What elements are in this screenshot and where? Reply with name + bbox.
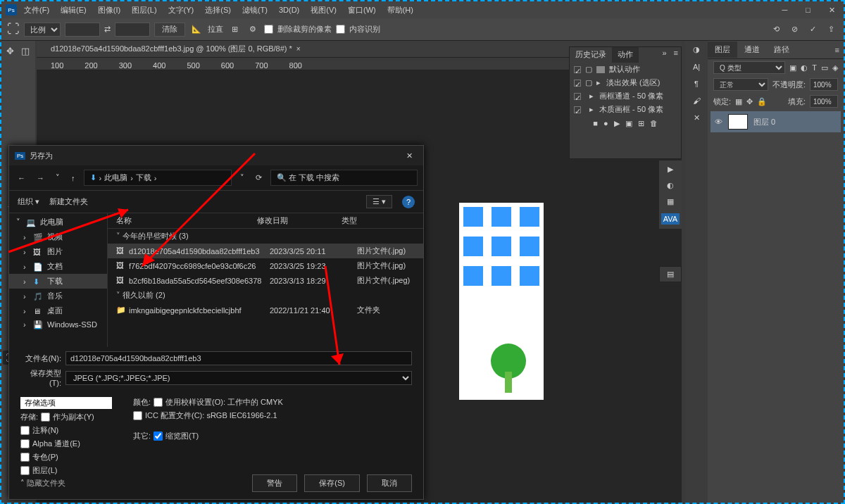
swap-icon[interactable]: ⇄ xyxy=(104,25,111,34)
opacity-input[interactable] xyxy=(810,78,838,91)
tab-channels[interactable]: 通道 xyxy=(737,42,767,58)
breadcrumb[interactable]: ⬇ ›此电脑›下载› xyxy=(84,170,232,186)
nav-back-icon[interactable]: ← xyxy=(15,172,28,184)
breadcrumb-dropdown-icon[interactable]: ˅ xyxy=(237,172,247,184)
file-row[interactable]: 🖼b2cf6b18ada55a5cd5645eef308e63782023/3/… xyxy=(108,273,423,288)
window-maximize-icon[interactable]: □ xyxy=(801,4,815,16)
panel-icon[interactable]: ◐ xyxy=(667,181,674,190)
nav-fwd-icon[interactable]: → xyxy=(34,172,47,184)
window-minimize-icon[interactable]: ─ xyxy=(778,4,792,16)
menu-file[interactable]: 文件(F) xyxy=(20,4,54,17)
trash-icon[interactable]: 🗑 xyxy=(650,119,658,128)
sidebar-item-music[interactable]: ›🎵音乐 xyxy=(9,289,107,303)
dialog-close-icon[interactable]: ✕ xyxy=(401,147,418,164)
lock-pos-icon[interactable]: ✥ xyxy=(746,97,753,106)
save-button[interactable]: 保存(S) xyxy=(304,474,360,492)
crop-tool-icon[interactable]: ⛶ xyxy=(7,22,20,37)
action-modal-icon[interactable]: ▢ xyxy=(585,65,592,74)
gear-icon[interactable]: ⚙ xyxy=(246,23,260,37)
brush-icon[interactable]: 🖌 xyxy=(693,96,701,105)
play-icon[interactable]: ▶ xyxy=(614,119,620,128)
clear-button[interactable]: 清除 xyxy=(154,23,185,37)
filename-input[interactable] xyxy=(65,351,412,365)
action-item[interactable]: 淡出效果 (选区) xyxy=(606,77,660,88)
cb-copy[interactable] xyxy=(41,412,50,422)
nav-up-icon[interactable]: ↑ xyxy=(68,172,78,184)
sidebar-item-video[interactable]: ›🎬视频 xyxy=(9,229,107,244)
panel-menu-icon[interactable]: ≡ xyxy=(671,47,681,63)
refresh-icon[interactable]: ⟳ xyxy=(253,172,265,184)
library-icon[interactable]: ▤ xyxy=(667,270,674,279)
crosshair-icon[interactable]: ✕ xyxy=(694,113,700,122)
organize-button[interactable]: 组织 ▾ xyxy=(18,196,39,207)
new-action-icon[interactable]: ⊞ xyxy=(638,119,644,128)
file-row[interactable]: 🖼d12018e705a4d1590bdaa82cbfff1eb32023/3/… xyxy=(108,244,423,258)
menu-layer[interactable]: 图层(L) xyxy=(127,4,161,17)
content-aware-checkbox[interactable] xyxy=(336,25,345,34)
nav-recent-icon[interactable]: ˅ xyxy=(53,172,63,184)
document-tab[interactable]: d12018e705a4d1590bdaa82cbfff1eb3.jpg @ 1… xyxy=(44,42,308,56)
menu-filter[interactable]: 滤镜(T) xyxy=(238,4,272,17)
straighten-icon[interactable]: 📐 xyxy=(189,23,204,37)
sidebar-item-pc[interactable]: ˅💻此电脑 xyxy=(9,215,107,229)
file-group[interactable]: ˅ 很久以前 (2) xyxy=(108,288,423,303)
action-item[interactable]: 默认动作 xyxy=(609,64,640,75)
cb-alpha[interactable] xyxy=(20,439,30,448)
cancel-button[interactable]: 取消 xyxy=(367,474,412,492)
sidebar-item-documents[interactable]: ›📄文档 xyxy=(9,259,107,274)
filter-smart-icon[interactable]: ◈ xyxy=(832,63,838,73)
panel-collapse-icon[interactable]: » xyxy=(658,47,670,63)
filter-shape-icon[interactable]: ▭ xyxy=(821,63,828,73)
warning-button[interactable]: 警告 xyxy=(252,474,297,492)
new-set-icon[interactable]: ▣ xyxy=(625,119,632,128)
adjustments-icon[interactable]: AVA xyxy=(661,213,680,225)
hide-folders-toggle[interactable]: ˄ 隐藏文件夹 xyxy=(20,478,65,489)
action-item[interactable]: 木质画框 - 50 像素 xyxy=(599,104,663,115)
cb-spot[interactable] xyxy=(20,453,30,462)
overlay-icon[interactable]: ⊞ xyxy=(227,23,242,37)
cancel-crop-icon[interactable]: ⊘ xyxy=(787,23,801,37)
record-icon[interactable]: ● xyxy=(603,119,608,128)
action-item[interactable]: 画框通道 - 50 像素 xyxy=(599,91,663,101)
col-type[interactable]: 类型 xyxy=(342,215,423,226)
menu-type[interactable]: 文字(Y) xyxy=(164,4,199,17)
new-folder-button[interactable]: 新建文件夹 xyxy=(49,196,88,207)
help-icon[interactable]: ? xyxy=(402,196,415,208)
menu-window[interactable]: 窗口(W) xyxy=(344,4,380,17)
filter-text-icon[interactable]: T xyxy=(812,63,817,72)
paragraph-icon[interactable]: ¶ xyxy=(694,80,699,88)
tab-history[interactable]: 历史记录 xyxy=(570,47,612,63)
menu-help[interactable]: 帮助(H) xyxy=(383,4,418,17)
color-icon[interactable]: ◑ xyxy=(693,45,700,54)
delete-pixels-checkbox[interactable] xyxy=(264,25,273,34)
lock-pixels-icon[interactable]: ▦ xyxy=(735,97,742,106)
file-row[interactable]: 📁imkngaibigegepnlckfcbeciellcjbhf2022/11… xyxy=(108,303,423,317)
marquee-tool-icon[interactable]: ◫ xyxy=(18,44,32,58)
sidebar-item-ssd[interactable]: ›💾Windows-SSD xyxy=(9,318,107,331)
filter-img-icon[interactable]: ▣ xyxy=(789,63,796,73)
tab-paths[interactable]: 路径 xyxy=(767,42,796,58)
menu-view[interactable]: 视图(V) xyxy=(306,4,341,17)
col-name[interactable]: 名称 xyxy=(116,215,257,226)
cb-icc[interactable] xyxy=(133,411,142,420)
commit-crop-icon[interactable]: ✓ xyxy=(806,23,820,37)
lock-all-icon[interactable]: 🔒 xyxy=(757,97,767,106)
reset-icon[interactable]: ⟲ xyxy=(769,23,783,37)
layers-menu-icon[interactable]: ≡ xyxy=(831,44,844,56)
menu-select[interactable]: 选择(S) xyxy=(201,4,235,17)
move-tool-icon[interactable]: ✥ xyxy=(3,44,17,58)
file-group[interactable]: ˅ 今年的早些时候 (3) xyxy=(108,229,423,244)
layer-row[interactable]: 👁 图层 0 xyxy=(711,111,841,132)
swatch-icon[interactable]: ▦ xyxy=(667,197,674,206)
layer-thumb[interactable] xyxy=(728,114,748,130)
tab-actions[interactable]: 动作 xyxy=(612,47,639,63)
cb-notes[interactable] xyxy=(20,426,30,435)
ratio-w-input[interactable] xyxy=(65,23,100,37)
layer-name[interactable]: 图层 0 xyxy=(753,117,775,127)
ratio-h-input[interactable] xyxy=(115,23,150,37)
share-icon[interactable]: ⇪ xyxy=(824,23,838,37)
stop-icon[interactable]: ■ xyxy=(593,119,598,128)
cb-thumb[interactable] xyxy=(154,431,163,441)
menu-image[interactable]: 图像(I) xyxy=(94,4,125,17)
tab-layers[interactable]: 图层 xyxy=(708,42,737,58)
